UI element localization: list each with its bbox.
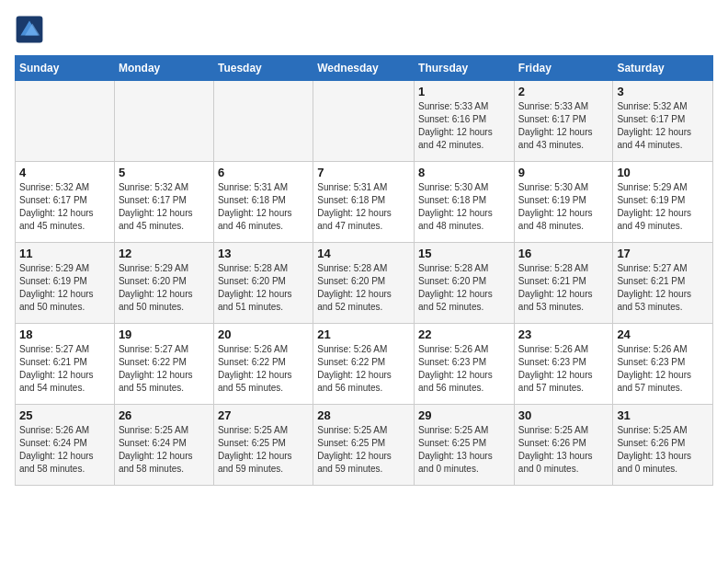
cell-date-number: 31	[617, 408, 709, 422]
cell-info-text: Sunrise: 5:28 AM Sunset: 6:21 PM Dayligh…	[518, 262, 609, 314]
calendar-header: SundayMondayTuesdayWednesdayThursdayFrid…	[16, 56, 713, 81]
weekday-header: Sunday	[16, 56, 115, 81]
calendar-cell: 24Sunrise: 5:26 AM Sunset: 6:23 PM Dayli…	[613, 324, 713, 405]
calendar-cell: 13Sunrise: 5:28 AM Sunset: 6:20 PM Dayli…	[213, 243, 313, 324]
calendar-cell: 6Sunrise: 5:31 AM Sunset: 6:18 PM Daylig…	[213, 162, 313, 243]
calendar-cell: 26Sunrise: 5:25 AM Sunset: 6:24 PM Dayli…	[114, 405, 213, 486]
cell-date-number: 19	[119, 327, 210, 341]
cell-date-number: 15	[418, 247, 510, 260]
cell-date-number: 11	[19, 247, 110, 260]
weekday-header: Saturday	[613, 56, 713, 81]
cell-date-number: 18	[19, 327, 110, 341]
cell-date-number: 9	[518, 166, 609, 179]
calendar-body: 1Sunrise: 5:33 AM Sunset: 6:16 PM Daylig…	[16, 81, 713, 486]
cell-info-text: Sunrise: 5:26 AM Sunset: 6:22 PM Dayligh…	[317, 343, 410, 395]
calendar-cell: 12Sunrise: 5:29 AM Sunset: 6:20 PM Dayli…	[114, 243, 213, 324]
cell-info-text: Sunrise: 5:27 AM Sunset: 6:22 PM Dayligh…	[119, 343, 210, 395]
calendar-cell	[114, 81, 213, 162]
calendar-cell: 23Sunrise: 5:26 AM Sunset: 6:23 PM Dayli…	[514, 324, 613, 405]
cell-info-text: Sunrise: 5:33 AM Sunset: 6:16 PM Dayligh…	[418, 100, 510, 152]
cell-info-text: Sunrise: 5:26 AM Sunset: 6:23 PM Dayligh…	[518, 343, 609, 395]
logo-icon	[15, 15, 44, 44]
cell-date-number: 5	[119, 166, 210, 179]
cell-date-number: 27	[218, 408, 309, 422]
calendar-cell: 14Sunrise: 5:28 AM Sunset: 6:20 PM Dayli…	[313, 243, 415, 324]
cell-info-text: Sunrise: 5:25 AM Sunset: 6:26 PM Dayligh…	[617, 424, 709, 476]
calendar-week-row: 25Sunrise: 5:26 AM Sunset: 6:24 PM Dayli…	[16, 405, 713, 486]
cell-date-number: 16	[518, 247, 609, 260]
calendar-cell: 18Sunrise: 5:27 AM Sunset: 6:21 PM Dayli…	[16, 324, 115, 405]
cell-date-number: 24	[617, 327, 709, 341]
calendar-cell: 10Sunrise: 5:29 AM Sunset: 6:19 PM Dayli…	[613, 162, 713, 243]
cell-date-number: 17	[617, 247, 709, 260]
logo	[15, 15, 48, 44]
calendar-cell: 5Sunrise: 5:32 AM Sunset: 6:17 PM Daylig…	[114, 162, 213, 243]
cell-info-text: Sunrise: 5:25 AM Sunset: 6:26 PM Dayligh…	[518, 424, 609, 476]
cell-info-text: Sunrise: 5:33 AM Sunset: 6:17 PM Dayligh…	[518, 100, 609, 152]
cell-info-text: Sunrise: 5:30 AM Sunset: 6:18 PM Dayligh…	[418, 181, 510, 233]
cell-date-number: 26	[119, 408, 210, 422]
header	[15, 15, 713, 44]
calendar-cell	[16, 81, 115, 162]
cell-info-text: Sunrise: 5:29 AM Sunset: 6:19 PM Dayligh…	[19, 262, 110, 314]
cell-info-text: Sunrise: 5:31 AM Sunset: 6:18 PM Dayligh…	[218, 181, 309, 233]
calendar-cell: 25Sunrise: 5:26 AM Sunset: 6:24 PM Dayli…	[16, 405, 115, 486]
calendar-week-row: 4Sunrise: 5:32 AM Sunset: 6:17 PM Daylig…	[16, 162, 713, 243]
calendar-cell: 28Sunrise: 5:25 AM Sunset: 6:25 PM Dayli…	[313, 405, 415, 486]
cell-info-text: Sunrise: 5:32 AM Sunset: 6:17 PM Dayligh…	[617, 100, 709, 152]
cell-date-number: 6	[218, 166, 309, 179]
cell-info-text: Sunrise: 5:28 AM Sunset: 6:20 PM Dayligh…	[418, 262, 510, 314]
cell-date-number: 2	[518, 85, 609, 98]
cell-date-number: 7	[317, 166, 410, 179]
weekday-header: Tuesday	[213, 56, 313, 81]
calendar-cell: 27Sunrise: 5:25 AM Sunset: 6:25 PM Dayli…	[213, 405, 313, 486]
cell-date-number: 22	[418, 327, 510, 341]
cell-date-number: 12	[119, 247, 210, 260]
cell-info-text: Sunrise: 5:26 AM Sunset: 6:22 PM Dayligh…	[218, 343, 309, 395]
calendar-cell: 19Sunrise: 5:27 AM Sunset: 6:22 PM Dayli…	[114, 324, 213, 405]
calendar-cell	[213, 81, 313, 162]
calendar-week-row: 1Sunrise: 5:33 AM Sunset: 6:16 PM Daylig…	[16, 81, 713, 162]
calendar-cell: 9Sunrise: 5:30 AM Sunset: 6:19 PM Daylig…	[514, 162, 613, 243]
cell-date-number: 3	[617, 85, 709, 98]
weekday-header: Wednesday	[313, 56, 415, 81]
cell-date-number: 28	[317, 408, 410, 422]
weekday-header: Friday	[514, 56, 613, 81]
calendar-table: SundayMondayTuesdayWednesdayThursdayFrid…	[15, 55, 713, 486]
weekday-header: Monday	[114, 56, 213, 81]
calendar-cell: 7Sunrise: 5:31 AM Sunset: 6:18 PM Daylig…	[313, 162, 415, 243]
cell-info-text: Sunrise: 5:29 AM Sunset: 6:19 PM Dayligh…	[617, 181, 709, 233]
weekday-header: Thursday	[415, 56, 515, 81]
cell-info-text: Sunrise: 5:25 AM Sunset: 6:25 PM Dayligh…	[218, 424, 309, 476]
cell-info-text: Sunrise: 5:28 AM Sunset: 6:20 PM Dayligh…	[218, 262, 309, 314]
cell-date-number: 8	[418, 166, 510, 179]
calendar-cell: 16Sunrise: 5:28 AM Sunset: 6:21 PM Dayli…	[514, 243, 613, 324]
cell-info-text: Sunrise: 5:29 AM Sunset: 6:20 PM Dayligh…	[119, 262, 210, 314]
calendar-cell: 17Sunrise: 5:27 AM Sunset: 6:21 PM Dayli…	[613, 243, 713, 324]
cell-info-text: Sunrise: 5:25 AM Sunset: 6:25 PM Dayligh…	[418, 424, 510, 476]
calendar-cell: 2Sunrise: 5:33 AM Sunset: 6:17 PM Daylig…	[514, 81, 613, 162]
calendar-cell: 31Sunrise: 5:25 AM Sunset: 6:26 PM Dayli…	[613, 405, 713, 486]
cell-date-number: 29	[418, 408, 510, 422]
calendar-cell: 15Sunrise: 5:28 AM Sunset: 6:20 PM Dayli…	[415, 243, 515, 324]
cell-date-number: 30	[518, 408, 609, 422]
calendar-cell: 11Sunrise: 5:29 AM Sunset: 6:19 PM Dayli…	[16, 243, 115, 324]
cell-info-text: Sunrise: 5:25 AM Sunset: 6:24 PM Dayligh…	[119, 424, 210, 476]
cell-info-text: Sunrise: 5:27 AM Sunset: 6:21 PM Dayligh…	[19, 343, 110, 395]
calendar-cell: 29Sunrise: 5:25 AM Sunset: 6:25 PM Dayli…	[415, 405, 515, 486]
calendar-cell: 30Sunrise: 5:25 AM Sunset: 6:26 PM Dayli…	[514, 405, 613, 486]
cell-info-text: Sunrise: 5:30 AM Sunset: 6:19 PM Dayligh…	[518, 181, 609, 233]
cell-info-text: Sunrise: 5:26 AM Sunset: 6:24 PM Dayligh…	[19, 424, 110, 476]
cell-info-text: Sunrise: 5:32 AM Sunset: 6:17 PM Dayligh…	[119, 181, 210, 233]
cell-date-number: 23	[518, 327, 609, 341]
calendar-cell: 21Sunrise: 5:26 AM Sunset: 6:22 PM Dayli…	[313, 324, 415, 405]
cell-date-number: 20	[218, 327, 309, 341]
calendar-cell: 3Sunrise: 5:32 AM Sunset: 6:17 PM Daylig…	[613, 81, 713, 162]
cell-info-text: Sunrise: 5:32 AM Sunset: 6:17 PM Dayligh…	[19, 181, 110, 233]
cell-info-text: Sunrise: 5:31 AM Sunset: 6:18 PM Dayligh…	[317, 181, 410, 233]
cell-date-number: 1	[418, 85, 510, 98]
cell-date-number: 4	[19, 166, 110, 179]
cell-date-number: 21	[317, 327, 410, 341]
cell-info-text: Sunrise: 5:25 AM Sunset: 6:25 PM Dayligh…	[317, 424, 410, 476]
cell-info-text: Sunrise: 5:28 AM Sunset: 6:20 PM Dayligh…	[317, 262, 410, 314]
